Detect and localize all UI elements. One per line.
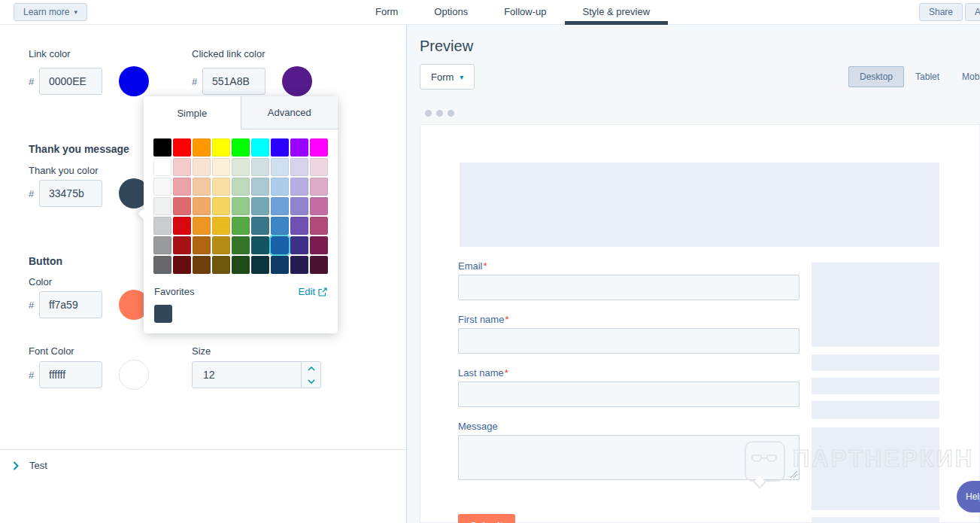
color-swatch[interactable] <box>310 197 328 215</box>
color-swatch[interactable] <box>310 178 328 196</box>
viewport-button-mobile[interactable]: Mobile <box>951 66 980 87</box>
color-swatch[interactable] <box>232 178 250 196</box>
color-swatch[interactable] <box>271 158 289 176</box>
button-color-input[interactable] <box>39 291 102 318</box>
color-swatch[interactable] <box>310 138 328 157</box>
color-swatch[interactable] <box>193 256 211 274</box>
viewport-button-tablet[interactable]: Tablet <box>904 66 951 87</box>
font-color-input[interactable] <box>39 361 102 388</box>
color-swatch[interactable] <box>251 178 269 196</box>
color-swatch[interactable] <box>173 138 191 157</box>
clicked-link-color-label: Clicked link color <box>192 48 265 59</box>
color-swatch[interactable] <box>251 158 269 176</box>
preview-form-dropdown[interactable]: Form ▾ <box>420 64 475 90</box>
color-swatch[interactable] <box>310 217 328 235</box>
color-swatch[interactable] <box>212 256 230 274</box>
tab-follow-up[interactable]: Follow-up <box>486 0 564 25</box>
font-color-swatch[interactable] <box>119 360 149 390</box>
color-swatch[interactable] <box>232 158 250 176</box>
clicked-link-color-swatch[interactable] <box>282 66 312 96</box>
placeholder-bar <box>812 401 939 419</box>
color-swatch[interactable] <box>310 158 328 176</box>
color-swatch[interactable] <box>153 197 171 215</box>
message-textarea[interactable] <box>458 435 799 480</box>
color-swatch[interactable] <box>153 256 171 274</box>
picker-tab-advanced[interactable]: Advanced <box>241 96 338 129</box>
last-name-input[interactable] <box>458 382 799 407</box>
color-swatch[interactable] <box>173 178 191 196</box>
color-swatch[interactable] <box>290 256 308 274</box>
color-swatch[interactable] <box>153 236 171 254</box>
color-swatch[interactable] <box>271 217 289 235</box>
color-swatch[interactable] <box>212 138 230 157</box>
test-section-toggle[interactable]: Test <box>13 460 47 471</box>
color-swatch[interactable] <box>251 236 269 254</box>
color-swatch[interactable] <box>193 158 211 176</box>
favorite-swatch[interactable] <box>154 305 172 323</box>
email-input[interactable] <box>458 275 799 300</box>
color-swatch[interactable] <box>212 197 230 215</box>
first-name-input[interactable] <box>458 328 799 354</box>
color-swatch[interactable] <box>193 217 211 235</box>
tab-options[interactable]: Options <box>416 0 486 25</box>
resize-handle-icon[interactable] <box>790 471 797 478</box>
hash-prefix: # <box>29 369 39 381</box>
color-swatch[interactable] <box>232 197 250 215</box>
color-swatch[interactable] <box>193 178 211 196</box>
tab-form[interactable]: Form <box>357 0 416 25</box>
color-swatch[interactable] <box>251 197 269 215</box>
color-swatch[interactable] <box>212 178 230 196</box>
picker-tab-simple[interactable]: Simple <box>144 96 241 129</box>
color-swatch[interactable] <box>290 197 308 215</box>
color-swatch[interactable] <box>173 197 191 215</box>
color-swatch[interactable] <box>271 256 289 274</box>
color-swatch[interactable] <box>290 217 308 235</box>
color-swatch[interactable] <box>251 217 269 235</box>
color-swatch[interactable] <box>173 236 191 254</box>
font-size-input[interactable] <box>193 362 301 388</box>
chevron-down-icon <box>308 379 315 384</box>
color-swatch[interactable] <box>173 158 191 176</box>
color-swatch[interactable] <box>153 178 171 196</box>
color-swatch[interactable] <box>271 178 289 196</box>
viewport-button-desktop[interactable]: Desktop <box>848 66 904 87</box>
color-swatch[interactable] <box>290 236 308 254</box>
color-swatch[interactable] <box>271 236 289 254</box>
color-swatch[interactable] <box>193 236 211 254</box>
color-swatch[interactable] <box>212 158 230 176</box>
color-swatch[interactable] <box>290 138 308 157</box>
color-swatch[interactable] <box>290 158 308 176</box>
tab-style-preview[interactable]: Style & preview <box>565 0 669 25</box>
color-swatch[interactable] <box>271 197 289 215</box>
color-swatch[interactable] <box>153 158 171 176</box>
color-swatch[interactable] <box>271 138 289 157</box>
color-swatch[interactable] <box>193 138 211 157</box>
color-swatch[interactable] <box>251 256 269 274</box>
color-swatch[interactable] <box>153 217 171 235</box>
color-swatch[interactable] <box>310 256 328 274</box>
clicked-link-color-input[interactable] <box>202 68 265 95</box>
color-swatch[interactable] <box>232 236 250 254</box>
color-swatch[interactable] <box>251 138 269 157</box>
color-swatch[interactable] <box>232 256 250 274</box>
color-swatch[interactable] <box>153 138 171 157</box>
color-swatch[interactable] <box>290 178 308 196</box>
color-swatch[interactable] <box>212 217 230 235</box>
color-swatch[interactable] <box>212 236 230 254</box>
link-color-swatch[interactable] <box>119 66 149 96</box>
actions-button[interactable]: Ac <box>965 3 980 21</box>
stepper-down-button[interactable] <box>302 375 320 388</box>
learn-more-button[interactable]: Learn more ▾ <box>14 3 87 21</box>
color-swatch[interactable] <box>193 197 211 215</box>
stepper-up-button[interactable] <box>302 362 320 375</box>
share-button[interactable]: Share <box>919 3 963 21</box>
color-swatch[interactable] <box>173 256 191 274</box>
link-color-input[interactable] <box>39 68 102 95</box>
color-swatch[interactable] <box>173 217 191 235</box>
color-swatch[interactable] <box>232 138 250 157</box>
color-swatch[interactable] <box>310 236 328 254</box>
color-swatch[interactable] <box>232 217 250 235</box>
thank-you-color-input[interactable] <box>39 180 102 207</box>
submit-button[interactable]: Submit <box>458 514 515 523</box>
edit-favorites-link[interactable]: Edit <box>299 286 327 297</box>
